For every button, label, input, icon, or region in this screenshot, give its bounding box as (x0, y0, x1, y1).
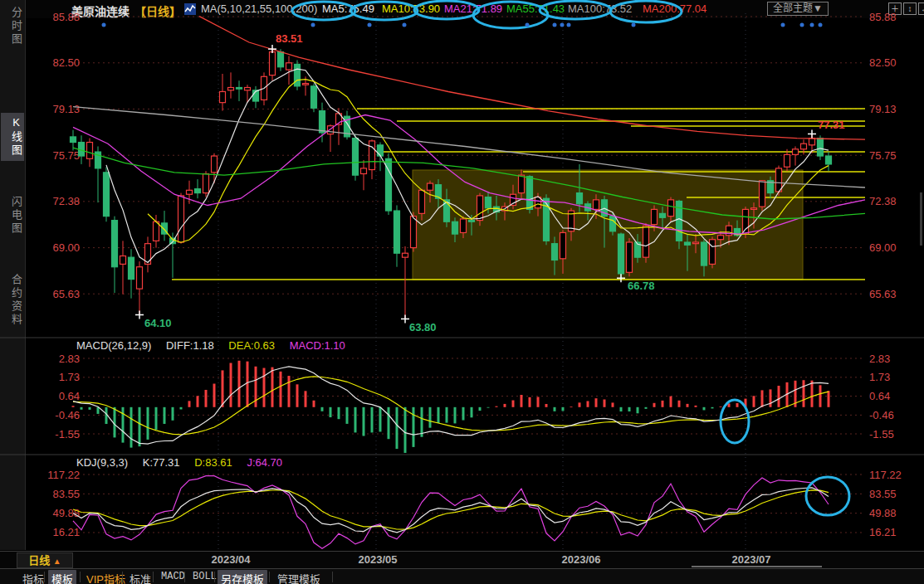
svg-text:1.73: 1.73 (869, 371, 890, 383)
grid-layer (73, 13, 865, 550)
annotation-dot (819, 23, 823, 27)
svg-text:16.21: 16.21 (869, 526, 897, 538)
macd-value: MACD:1.10 (290, 339, 345, 352)
svg-text:63.80: 63.80 (409, 321, 437, 333)
ma55-value: MA55:71.43 (506, 2, 565, 15)
kdj-j-value: J:64.70 (247, 456, 282, 469)
time-label-june: 2023/06 (562, 553, 601, 566)
panel-separators (0, 192, 924, 569)
annotation-dot (632, 23, 636, 27)
svg-text:75.75: 75.75 (869, 149, 897, 162)
tab-template[interactable]: 模板 (48, 570, 76, 584)
svg-text:79.13: 79.13 (52, 103, 80, 115)
macd-header: MACD(26,12,9) DIFF:1.18 DEA:0.63 MACD:1.… (76, 339, 357, 352)
time-axis-bar: 日线 ▲ 2023/04 2023/05 2023/06 2023/07 (0, 552, 924, 568)
ma10-value: MA10:73.90 (382, 2, 440, 15)
zoom-y-icon[interactable]: ↕ (903, 2, 917, 15)
left-sidebar: 分时图 K线图 闪电图 合约资料 (0, 0, 26, 550)
tab-divider (153, 572, 154, 582)
zoom-x-icon[interactable]: ↔ (918, 2, 924, 15)
tab-indicator[interactable]: 指标 (19, 570, 47, 584)
tab-standard[interactable]: 标准 (126, 570, 154, 584)
macd-dea-value: DEA:0.63 (228, 339, 275, 352)
svg-text:65.63: 65.63 (52, 288, 80, 300)
svg-text:69.00: 69.00 (52, 241, 80, 254)
annotation-dot (311, 23, 315, 27)
svg-text:65.63: 65.63 (869, 288, 897, 300)
svg-text:82.50: 82.50 (52, 56, 80, 69)
annotation-dot (368, 23, 372, 27)
ma100-value: MA100:73.52 (568, 2, 632, 15)
macd-panel (72, 361, 830, 453)
svg-text:-1.55: -1.55 (55, 428, 80, 440)
sidebar-item-kline-chart[interactable]: K线图 (1, 113, 24, 161)
tab-divider (44, 572, 45, 582)
svg-text:64.10: 64.10 (144, 317, 172, 329)
sidebar-item-contract-info[interactable]: 合约资料 (1, 270, 24, 330)
svg-text:79.13: 79.13 (869, 103, 897, 115)
chart-canvas[interactable]: 85.8885.8882.5082.5079.1379.1375.7575.75… (0, 0, 924, 584)
macd-diff-value: DIFF:1.18 (166, 339, 214, 352)
annotation-dot (102, 23, 106, 27)
sidebar-item-time-chart[interactable]: 分时图 (1, 3, 24, 50)
svg-text:-0.46: -0.46 (55, 409, 80, 421)
svg-text:0.64: 0.64 (869, 390, 890, 402)
annotation-dot (560, 23, 565, 27)
move-icon[interactable]: ＋ (888, 2, 902, 15)
kdj-d-value: D:83.61 (194, 456, 232, 469)
price-marks: 64.1083.5163.8066.7877.31 (135, 32, 845, 333)
app-window: 美原油连续 【日线】 MA(5,10,21,55,100,200) MA5:75… (0, 0, 924, 584)
tab-manage-template[interactable]: 管理模板 (274, 570, 324, 584)
ma5-value: MA5:75.49 (322, 2, 374, 15)
theme-dropdown-button[interactable]: 全部主题▼ (767, 2, 829, 16)
period-label: 【日线】 (134, 2, 181, 19)
highlight-ellipse (806, 477, 849, 515)
svg-text:1.73: 1.73 (59, 371, 80, 383)
svg-text:2.83: 2.83 (59, 353, 80, 365)
ma200-value: MA200:77.04 (643, 2, 706, 15)
symbol-title: 美原油连续 (71, 2, 130, 19)
svg-text:49.88: 49.88 (869, 507, 897, 519)
consolidation-box (413, 170, 803, 280)
main-price-panel (172, 109, 865, 280)
svg-text:-0.46: -0.46 (869, 409, 894, 421)
svg-text:117.22: 117.22 (869, 469, 902, 481)
annotation-dot (553, 23, 557, 27)
candlestick-layer (71, 49, 832, 319)
annotation-dot (800, 23, 804, 27)
kdj-params-label: KDJ(9,3,3) (76, 456, 128, 469)
annotation-dot (810, 23, 814, 27)
annotation-dot (781, 23, 785, 27)
svg-text:49.88: 49.88 (52, 507, 80, 519)
time-label-july: 2023/07 (732, 553, 771, 566)
svg-text:-1.55: -1.55 (869, 428, 894, 440)
bottom-tab-bar: 指标 模板 VIP指标 标准 MACD BOLL 另存模板 管理模板 (0, 569, 924, 584)
tab-save-template[interactable]: 另存模板 (218, 570, 267, 584)
annotation-dot (403, 23, 407, 27)
svg-text:83.55: 83.55 (869, 488, 897, 500)
svg-text:72.38: 72.38 (52, 195, 80, 207)
sidebar-item-flash-chart[interactable]: 闪电图 (1, 192, 24, 239)
svg-text:16.21: 16.21 (52, 526, 80, 538)
svg-text:0.64: 0.64 (59, 390, 80, 402)
blue-annotations (102, 1, 850, 515)
period-selector[interactable]: 日线 ▲ (17, 552, 73, 568)
svg-text:69.00: 69.00 (869, 241, 897, 254)
macd-params-label: MACD(26,12,9) (76, 339, 151, 352)
ma-settings-label: MA(5,10,21,55,100,200) (201, 2, 317, 15)
top-bar: 美原油连续 【日线】 MA(5,10,21,55,100,200) MA5:75… (25, 0, 924, 18)
tab-boll[interactable]: BOLL (189, 570, 220, 583)
svg-text:117.22: 117.22 (47, 469, 80, 481)
svg-text:75.75: 75.75 (52, 149, 80, 162)
ma21-value: MA21:71.89 (444, 2, 502, 15)
svg-text:83.51: 83.51 (276, 32, 303, 45)
kline-mini-icon (184, 3, 196, 15)
svg-text:77.31: 77.31 (818, 119, 845, 131)
tab-divider (214, 572, 215, 582)
kdj-k-value: K:77.31 (143, 456, 180, 469)
annotation-dot (567, 23, 571, 27)
time-label-april: 2023/04 (212, 553, 251, 566)
highlight-ellipse (721, 400, 749, 443)
ma-lines-layer (73, 17, 865, 263)
tab-divider (269, 572, 270, 582)
